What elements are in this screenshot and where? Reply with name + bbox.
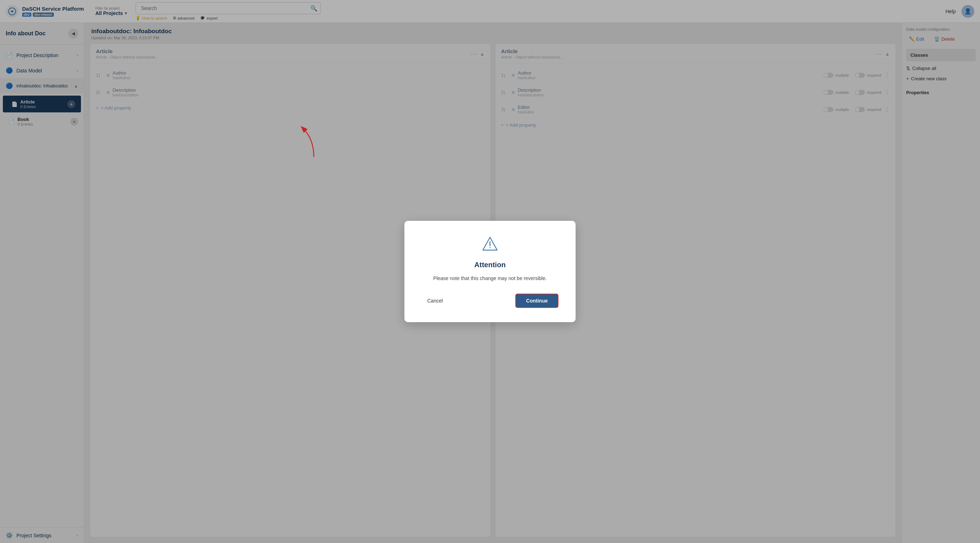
modal-actions: Cancel Continue bbox=[422, 294, 558, 308]
modal-overlay: Attention Please note that this change m… bbox=[0, 0, 980, 543]
modal-continue-button[interactable]: Continue bbox=[515, 294, 558, 308]
warning-icon bbox=[422, 235, 558, 255]
svg-point-2 bbox=[490, 247, 491, 248]
modal-message: Please note that this change may not be … bbox=[422, 275, 558, 282]
modal-cancel-button[interactable]: Cancel bbox=[422, 295, 449, 306]
modal-title: Attention bbox=[422, 261, 558, 269]
attention-modal: Attention Please note that this change m… bbox=[404, 221, 576, 322]
